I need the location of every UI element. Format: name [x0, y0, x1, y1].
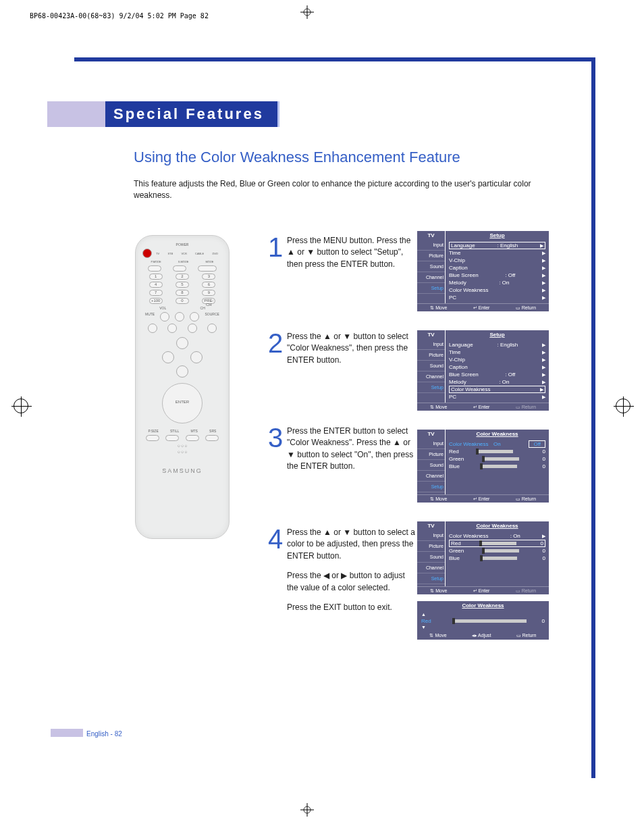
osd-footer: ⇅ Move↵ Enter▭ Return: [417, 303, 549, 311]
step-4: 4 Press the ▲ or ▼ button to select a co…: [268, 527, 418, 621]
page: BP68-00423A-00(68~83) 9/2/04 5:02 PM Pag…: [0, 0, 644, 822]
registration-mark-icon: [14, 399, 28, 413]
section-accent: [47, 101, 105, 127]
crop-mark-icon: [300, 5, 314, 19]
crop-mark-icon: [300, 803, 314, 817]
step-number: 1: [268, 235, 287, 331]
content-block: Using the Color Weakness Enhancement Fea…: [134, 149, 552, 220]
osd-title: Setup: [446, 231, 549, 240]
osd-sidebar: InputPictureSoundChannelSetup: [417, 240, 446, 303]
footer-accent: [51, 729, 83, 737]
step-text: Press the MENU button. Press the ▲ or ▼ …: [287, 235, 418, 331]
osd-setup-2: TVSetup InputPictureSoundChannelSetup La…: [417, 330, 549, 411]
osd-setup-1: TVSetup InputPictureSoundChannelSetup La…: [417, 231, 549, 311]
enter-wheel: ENTER: [162, 383, 203, 423]
remote-illustration: POWER TVSTBVCRCABLEDVD P.MODES.MODEMODE …: [135, 235, 230, 539]
step-number: 2: [268, 331, 287, 426]
step-text: Press the ▲ or ▼ button to select "Color…: [287, 331, 418, 426]
osd-colorweakness-2: TVColor Weakness InputPictureSoundChanne…: [417, 521, 549, 594]
osd-main: Language: English▶ Time▶ V-Chip▶ Caption…: [446, 240, 549, 303]
step-1: 1 Press the MENU button. Press the ▲ or …: [268, 235, 418, 331]
step-number: 4: [268, 527, 287, 621]
step-text: Press the ▲ or ▼ button to select a colo…: [287, 527, 418, 621]
remote-dpad: [162, 337, 203, 378]
osd-colorweakness-adjust: Color Weakness ▲ Red0 ▼ ⇅ Move◂▸ Adjust▭…: [417, 601, 549, 640]
page-footer: English - 82: [86, 730, 122, 738]
step-number: 3: [268, 426, 287, 527]
section-header-bar: Special Features: [47, 101, 279, 127]
osd-colorweakness-1: TVColor Weakness InputPictureSoundChanne…: [417, 430, 549, 503]
osd-column: TVSetup InputPictureSoundChannelSetup La…: [417, 231, 549, 640]
step-3: 3 Press the ENTER button to select "Colo…: [268, 426, 418, 527]
steps-column: 1 Press the MENU button. Press the ▲ or …: [268, 235, 418, 621]
section-title: Special Features: [105, 101, 279, 127]
power-icon: [142, 249, 152, 258]
intro-text: This feature adjusts the Red, Blue or Gr…: [134, 178, 552, 202]
osd-tv-label: TV: [417, 231, 446, 240]
step-2: 2 Press the ▲ or ▼ button to select "Col…: [268, 331, 418, 426]
step-text: Press the ENTER button to select "Color …: [287, 426, 418, 527]
page-heading: Using the Color Weakness Enhancement Fea…: [134, 149, 552, 166]
brand-logo: SAMSUNG: [142, 467, 222, 474]
registration-mark-icon: [616, 399, 630, 413]
print-job-header: BP68-00423A-00(68~83) 9/2/04 5:02 PM Pag…: [30, 12, 209, 20]
